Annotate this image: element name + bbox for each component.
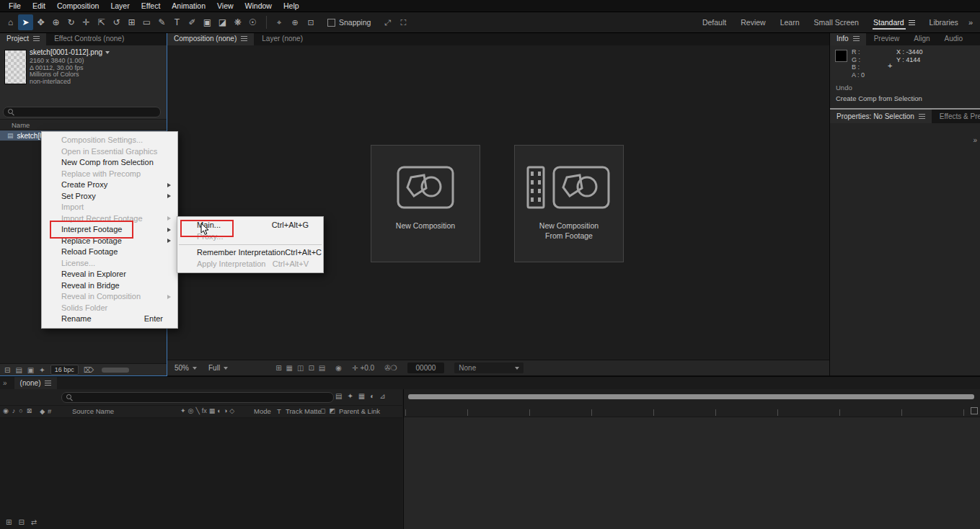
menu-item[interactable]: Window [239, 1, 278, 10]
grid-options-icon[interactable]: ▦ [286, 364, 293, 372]
menu-item[interactable]: Edit [27, 1, 51, 10]
snapping-control[interactable]: Snapping [327, 18, 371, 27]
submenu-item[interactable] [177, 242, 323, 247]
collapse-transformations-icon[interactable]: ◎ [188, 407, 194, 414]
workspace-tab[interactable]: Small Screen [807, 14, 866, 31]
context-menu-item[interactable]: Reload Footage [42, 246, 177, 258]
context-menu-item[interactable]: New Comp from Selection [42, 157, 177, 169]
adjustment-layer-icon[interactable]: ◑ [224, 407, 227, 414]
context-menu-item[interactable]: Set Proxy [42, 191, 177, 203]
context-menu-item[interactable]: Composition Settings... [42, 135, 177, 146]
expand-layer-switches-icon[interactable]: ⊞ [6, 518, 12, 526]
submenu-item[interactable]: Main... Ctrl+Alt+G [177, 220, 323, 231]
submenu-item[interactable]: Remember Interpretation Ctrl+Alt+C [177, 247, 323, 259]
delete-icon[interactable]: ⌦ [84, 366, 94, 374]
world-axis-mode-icon[interactable]: ⊕ [288, 16, 301, 29]
panel-tab[interactable]: Preview [868, 32, 906, 45]
timecode-field[interactable]: 00000 [407, 363, 445, 373]
view-axis-mode-icon[interactable]: ⊡ [304, 16, 317, 29]
timeline-tab[interactable]: (none) [14, 377, 58, 389]
bit-depth-button[interactable]: 16 bpc [50, 365, 79, 375]
lock-icon[interactable]: ⊠ [27, 407, 32, 414]
context-menu-item[interactable]: Rename Enter [42, 314, 177, 325]
source-name-column-label[interactable]: Source Name [72, 407, 114, 415]
selection-tool-icon[interactable]: ➤ [18, 14, 33, 30]
snapshot-icon[interactable]: ✇ [384, 364, 390, 372]
timeline-search-input[interactable] [61, 392, 334, 403]
panel-tab[interactable]: Info [830, 32, 866, 45]
expand-in-out-icon[interactable]: ⇄ [31, 518, 37, 526]
menu-item[interactable]: File [3, 1, 27, 10]
zoom-quality-icon[interactable]: ⤢ [381, 16, 394, 29]
time-navigator-bar[interactable] [408, 394, 974, 399]
workspace-tab[interactable]: Review [733, 14, 772, 31]
footage-name-caret-icon[interactable] [105, 51, 110, 54]
panel-tab[interactable]: Properties: No Selection [830, 110, 932, 123]
mask-visibility-icon[interactable]: ◫ [297, 364, 304, 372]
show-snapshot-icon[interactable]: ❍ [391, 364, 397, 372]
context-menu-item[interactable]: Replace with Precomp [42, 169, 177, 180]
comp-marker-bin-icon[interactable] [971, 407, 978, 414]
panel-overflow-icon[interactable]: » [0, 379, 10, 387]
solo-icon[interactable]: ○ [19, 407, 22, 414]
menu-item[interactable]: View [211, 1, 239, 10]
expand-transfer-controls-icon[interactable]: ⊟ [18, 518, 24, 526]
t-column-label[interactable]: T [277, 407, 281, 415]
panel-tab[interactable]: Layer (none) [255, 32, 309, 45]
index-column-label[interactable]: # [48, 407, 51, 415]
color-settings-icon[interactable]: ✦ [39, 366, 45, 374]
safe-zones-icon[interactable]: ⊞ [275, 364, 281, 372]
rotation-tool-icon[interactable]: ↺ [109, 14, 124, 30]
mode-column-label[interactable]: Mode [254, 407, 271, 415]
type-tool-icon[interactable]: T [169, 14, 185, 30]
panel-tab[interactable]: Project [0, 32, 46, 45]
context-menu-item[interactable]: Open in Essential Graphics [42, 146, 177, 158]
submenu-item[interactable]: Proxy... [177, 231, 323, 243]
context-menu-item[interactable]: Create Proxy [42, 179, 177, 191]
eraser-tool-icon[interactable]: ◪ [215, 14, 230, 30]
quality-icon[interactable]: ╲ [195, 407, 199, 414]
menu-item[interactable]: Layer [105, 1, 135, 10]
workspace-tab[interactable]: Standard [866, 14, 922, 31]
motion-blur-icon[interactable]: ◐ [217, 407, 221, 414]
context-menu-item[interactable]: Reveal in Composition [42, 291, 177, 303]
brush-tool-icon[interactable]: ✐ [185, 14, 200, 30]
pan-camera-tool-icon[interactable]: ✛ [79, 14, 94, 30]
workspace-overflow-icon[interactable]: » [966, 18, 980, 27]
project-search-input[interactable] [3, 107, 161, 117]
panel-tab[interactable]: Audio [938, 32, 970, 45]
context-menu-item[interactable]: Reveal in Bridge [42, 280, 177, 292]
toggle-modes-icon[interactable]: ◩ [329, 407, 335, 414]
interpret-footage-icon[interactable]: ⊟ [4, 366, 10, 374]
panel-menu-icon[interactable] [919, 114, 925, 119]
panel-tab[interactable]: Effects & Presets [933, 110, 980, 123]
dolly-camera-tool-icon[interactable]: ⇱ [94, 14, 109, 30]
panel-menu-icon[interactable] [45, 381, 51, 386]
shy-icon[interactable]: ✦ [180, 407, 186, 414]
clone-stamp-tool-icon[interactable]: ▣ [200, 14, 215, 30]
context-menu-item[interactable]: License... [42, 258, 177, 270]
exposure-value[interactable]: +0.0 [360, 364, 374, 372]
column-options-icon[interactable]: ▤ [335, 392, 342, 400]
context-menu-item[interactable]: Reveal in Explorer [42, 269, 177, 280]
workspace-tab[interactable]: Default [695, 14, 733, 31]
frame-blend-icon[interactable]: ▦ [209, 407, 216, 414]
workspace-menu-icon[interactable] [909, 20, 915, 25]
context-menu-item[interactable]: Solids Folder [42, 303, 177, 314]
panel-tab[interactable]: Align [907, 32, 936, 45]
shy-layers-toggle-icon[interactable]: ✦ [347, 392, 353, 400]
orbit-camera-tool-icon[interactable]: ↻ [63, 14, 79, 30]
pan-behind-tool-icon[interactable]: ⊞ [124, 14, 139, 30]
fast-previews-icon[interactable]: ⛶ [397, 16, 410, 29]
new-composition-icon[interactable]: ▣ [27, 366, 34, 374]
magnification-dropdown[interactable]: 50% [170, 364, 201, 372]
view-layout-dropdown[interactable]: None [454, 363, 524, 373]
context-menu-item[interactable]: Import [42, 202, 177, 213]
menu-item[interactable]: Help [278, 1, 305, 10]
pen-tool-icon[interactable]: ✎ [154, 14, 169, 30]
exposure-icon[interactable]: ✛ [352, 364, 358, 372]
3d-layer-icon[interactable]: ◇ [229, 407, 234, 414]
new-folder-icon[interactable]: ▤ [15, 366, 22, 374]
panel-menu-icon[interactable] [33, 36, 40, 41]
rectangle-tool-icon[interactable]: ▭ [139, 14, 154, 30]
